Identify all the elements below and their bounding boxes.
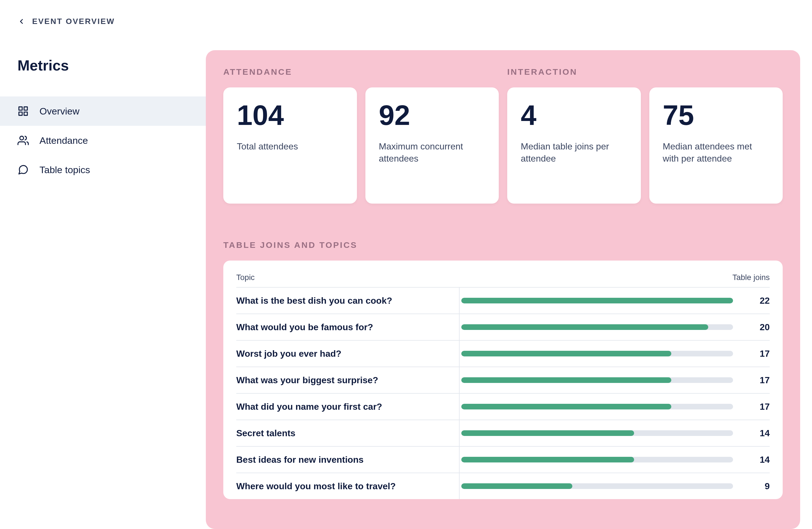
topic-count: 14	[744, 428, 770, 439]
section-heading-attendance: ATTENDANCE	[223, 67, 499, 77]
table-row: Worst job you ever had?17	[236, 340, 770, 367]
stat-label: Total attendees	[237, 140, 344, 153]
sidebar: EVENT OVERVIEW Metrics Overview Attendan…	[0, 0, 206, 529]
topic-name: What was your biggest surprise?	[236, 367, 460, 393]
page-title: Metrics	[0, 57, 206, 74]
bar-fill	[461, 298, 733, 303]
table-row: What would you be famous for?20	[236, 314, 770, 340]
bar-track	[461, 404, 733, 410]
svg-rect-3	[24, 112, 27, 115]
topic-count: 17	[744, 375, 770, 385]
topic-name: What would you be famous for?	[236, 314, 460, 340]
card-total-attendees: 104 Total attendees	[223, 87, 357, 204]
card-max-concurrent: 92 Maximum concurrent attendees	[365, 87, 499, 204]
topic-count: 17	[744, 348, 770, 359]
topic-bar-cell: 20	[460, 322, 770, 332]
section-heading-topics: TABLE JOINS AND TOPICS	[223, 240, 783, 250]
topic-bar-cell: 17	[460, 402, 770, 412]
stat-label: Median attendees met with per attendee	[663, 140, 769, 165]
svg-rect-1	[24, 107, 27, 110]
topics-section: TABLE JOINS AND TOPICS Topic Table joins…	[223, 240, 783, 499]
metrics-panel: ATTENDANCE 104 Total attendees 92 Maximu…	[206, 50, 800, 529]
topic-name: What did you name your first car?	[236, 394, 460, 419]
bar-fill	[461, 377, 671, 383]
topic-name: Secret talents	[236, 420, 460, 446]
table-row: Best ideas for new inventions14	[236, 446, 770, 473]
chat-icon	[17, 164, 29, 175]
people-icon	[17, 135, 29, 146]
table-row: What was your biggest surprise?17	[236, 367, 770, 393]
table-row: Where would you most like to travel?9	[236, 473, 770, 499]
bar-fill	[461, 483, 572, 489]
bar-fill	[461, 404, 671, 410]
stat-label: Median table joins per attendee	[521, 140, 627, 165]
grid-icon	[17, 105, 29, 117]
stat-value: 75	[663, 101, 769, 129]
column-header-topic: Topic	[236, 273, 460, 282]
sidebar-item-attendance[interactable]: Attendance	[0, 126, 206, 155]
sidebar-item-label: Table topics	[40, 165, 90, 175]
topic-bar-cell: 14	[460, 455, 770, 465]
topic-count: 9	[744, 481, 770, 491]
sidebar-item-label: Overview	[40, 106, 79, 117]
bar-track	[461, 430, 733, 436]
bar-track	[461, 351, 733, 356]
topic-name: Best ideas for new inventions	[236, 447, 460, 473]
topic-count: 20	[744, 322, 770, 332]
bar-track	[461, 483, 733, 489]
card-median-joins: 4 Median table joins per attendee	[507, 87, 641, 204]
topic-name: Where would you most like to travel?	[236, 473, 460, 499]
topics-table: Topic Table joins What is the best dish …	[223, 260, 783, 499]
sidebar-item-table-topics[interactable]: Table topics	[0, 155, 206, 184]
table-row: What is the best dish you can cook?22	[236, 287, 770, 314]
topics-table-header: Topic Table joins	[236, 273, 770, 287]
svg-rect-0	[19, 107, 22, 110]
chevron-left-icon	[17, 17, 25, 25]
topic-bar-cell: 17	[460, 348, 770, 359]
bar-track	[461, 457, 733, 462]
attendance-section: ATTENDANCE 104 Total attendees 92 Maximu…	[223, 67, 499, 204]
column-header-joins: Table joins	[460, 273, 770, 282]
back-link[interactable]: EVENT OVERVIEW	[0, 17, 206, 26]
topic-bar-cell: 17	[460, 375, 770, 385]
topic-bar-cell: 22	[460, 296, 770, 306]
main-content: ATTENDANCE 104 Total attendees 92 Maximu…	[206, 0, 812, 529]
svg-rect-2	[19, 112, 22, 115]
stat-value: 4	[521, 101, 627, 129]
bar-track	[461, 324, 733, 330]
bar-fill	[461, 324, 708, 330]
sidebar-item-label: Attendance	[40, 135, 88, 146]
topic-bar-cell: 14	[460, 428, 770, 439]
svg-point-4	[20, 136, 24, 140]
bar-track	[461, 377, 733, 383]
topic-count: 14	[744, 455, 770, 465]
card-median-met: 75 Median attendees met with per attende…	[649, 87, 783, 204]
back-link-label: EVENT OVERVIEW	[32, 17, 115, 26]
topic-name: What is the best dish you can cook?	[236, 288, 460, 314]
stat-label: Maximum concurrent attendees	[379, 140, 485, 165]
bar-fill	[461, 430, 634, 436]
stat-value: 92	[379, 101, 485, 129]
stat-value: 104	[237, 101, 344, 129]
table-row: What did you name your first car?17	[236, 393, 770, 419]
sidebar-item-overview[interactable]: Overview	[0, 97, 206, 126]
interaction-section: INTERACTION 4 Median table joins per att…	[507, 67, 783, 204]
table-row: Secret talents14	[236, 419, 770, 446]
bar-track	[461, 298, 733, 303]
topic-count: 22	[744, 296, 770, 306]
bar-fill	[461, 351, 671, 356]
topic-bar-cell: 9	[460, 481, 770, 491]
topic-name: Worst job you ever had?	[236, 341, 460, 367]
bar-fill	[461, 457, 634, 462]
section-heading-interaction: INTERACTION	[507, 67, 783, 77]
topic-count: 17	[744, 402, 770, 412]
